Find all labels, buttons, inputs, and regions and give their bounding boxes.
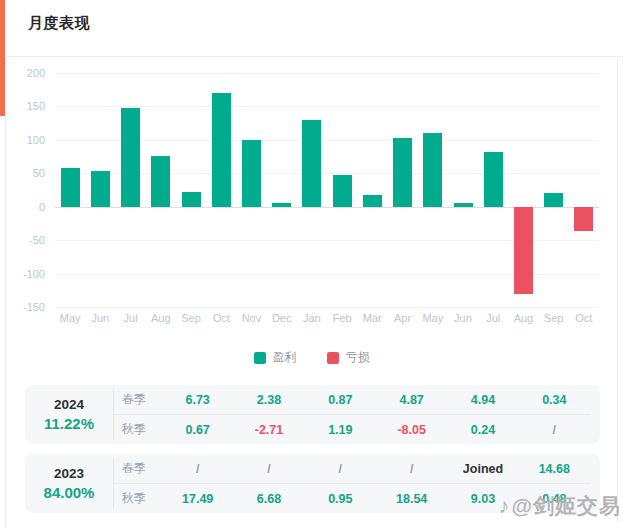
x-tick-label: Dec (267, 312, 297, 324)
y-axis: 200150100500-50-100-150 (21, 73, 47, 307)
profit-bar-jun-13 (454, 203, 473, 207)
season-label: 春季 (114, 391, 162, 408)
x-tick-label: Nov (236, 312, 266, 324)
value-text: 0.67 (185, 423, 209, 437)
value-cell: 0.34 (519, 393, 590, 407)
year-label: 2023 (54, 466, 84, 481)
value-cell: / (162, 462, 233, 476)
profit-bar-may-12 (423, 133, 442, 207)
legend-swatch-icon (327, 352, 339, 364)
year-label: 2024 (54, 397, 84, 412)
y-tick-label: -150 (23, 301, 45, 313)
profit-bar-sep-16 (544, 193, 563, 207)
x-tick-label: Jun (448, 312, 478, 324)
profit-bar-jan-8 (302, 120, 321, 207)
x-tick-label: Sep (539, 312, 569, 324)
value-cell: / (233, 462, 304, 476)
value-cell: / (376, 462, 447, 476)
value-cell: / (305, 462, 376, 476)
x-tick-label: Sep (176, 312, 206, 324)
gridline (55, 106, 599, 107)
value-cell: 6.68 (233, 492, 304, 506)
x-tick-label: Feb (327, 312, 357, 324)
music-note-icon: ♪ (499, 493, 511, 518)
value-cell: / (519, 423, 590, 437)
value-text: 0.34 (542, 393, 566, 407)
profit-bar-nov-6 (242, 140, 261, 207)
watermark-text: @剑姬交易 (512, 494, 621, 517)
value-text: -8.05 (397, 423, 426, 437)
x-tick-label: Jan (297, 312, 327, 324)
value-cell: 6.73 (162, 393, 233, 407)
season-rows: 春季6.732.380.874.874.940.34秋季0.67-2.711.1… (114, 385, 600, 444)
season-label: 秋季 (114, 490, 162, 507)
value-cell: -8.05 (376, 423, 447, 437)
profit-bar-jul-2 (121, 108, 140, 206)
x-tick-label: Jul (478, 312, 508, 324)
x-tick-label: Jul (115, 312, 145, 324)
value-text: 6.73 (185, 393, 209, 407)
x-tick-label: Jun (85, 312, 115, 324)
value-text: 14.68 (539, 462, 570, 476)
profit-bar-may-0 (61, 168, 80, 207)
value-cell: 0.95 (305, 492, 376, 506)
header-divider (6, 56, 623, 57)
legend-item[interactable]: 盈利 (254, 349, 297, 366)
value-text: 4.87 (399, 393, 423, 407)
page-title: 月度表现 (28, 14, 90, 33)
profit-bar-sep-4 (182, 192, 201, 207)
profit-bar-dec-7 (272, 203, 291, 206)
watermark: ♪@剑姬交易 (499, 492, 621, 520)
value-text: 0.95 (328, 492, 352, 506)
x-tick-label: Oct (206, 312, 236, 324)
legend-label: 盈利 (273, 349, 297, 366)
profit-bar-oct-5 (212, 93, 231, 207)
profit-bar-aug-3 (151, 156, 170, 207)
year-summary: 202411.22% (25, 385, 113, 444)
value-cell: 17.49 (162, 492, 233, 506)
y-tick-label: 100 (27, 134, 45, 146)
value-cell: 1.19 (305, 423, 376, 437)
y-tick-label: 150 (27, 100, 45, 112)
legend-swatch-icon (254, 352, 266, 364)
value-text: / (339, 462, 342, 476)
season-label: 春季 (114, 460, 162, 477)
season-label: 秋季 (114, 421, 162, 438)
value-text: 0.24 (471, 423, 495, 437)
value-cell: 2.38 (233, 393, 304, 407)
value-text: 1.19 (328, 423, 352, 437)
value-text: Joined (463, 462, 503, 476)
value-text: 2.38 (257, 393, 281, 407)
value-text: / (267, 462, 270, 476)
legend-label: 亏损 (346, 349, 370, 366)
chart-legend: 盈利亏损 (0, 349, 623, 366)
profit-bar-jun-1 (91, 171, 110, 207)
profit-bar-apr-11 (393, 138, 412, 207)
value-text: / (553, 423, 556, 437)
y-tick-label: 50 (33, 167, 45, 179)
profit-bar-feb-9 (333, 175, 352, 207)
value-cell: Joined (447, 462, 518, 476)
value-text: -2.71 (255, 423, 284, 437)
value-cell: 0.67 (162, 423, 233, 437)
loss-bar-oct-17 (574, 207, 593, 232)
accent-bar (0, 0, 5, 116)
value-cell: 0.24 (447, 423, 518, 437)
value-cell: 14.68 (519, 462, 590, 476)
x-tick-label: Mar (357, 312, 387, 324)
x-tick-label: Apr (387, 312, 417, 324)
value-text: 6.68 (257, 492, 281, 506)
table-row: 春季////Joined14.68 (114, 454, 590, 484)
profit-bar-jul-14 (484, 152, 503, 207)
gridline (55, 307, 599, 308)
value-text: 17.49 (182, 492, 213, 506)
y-tick-label: 200 (27, 67, 45, 79)
right-border-line (617, 60, 618, 522)
year-return-percent: 11.22% (44, 415, 94, 432)
year-summary: 202384.00% (25, 454, 113, 513)
table-row: 秋季0.67-2.711.19-8.050.24/ (114, 415, 590, 444)
left-border-line (5, 116, 6, 528)
x-tick-label: May (418, 312, 448, 324)
monthly-bar-chart: 200150100500-50-100-150 MayJunJulAugSepO… (21, 60, 605, 340)
legend-item[interactable]: 亏损 (327, 349, 370, 366)
